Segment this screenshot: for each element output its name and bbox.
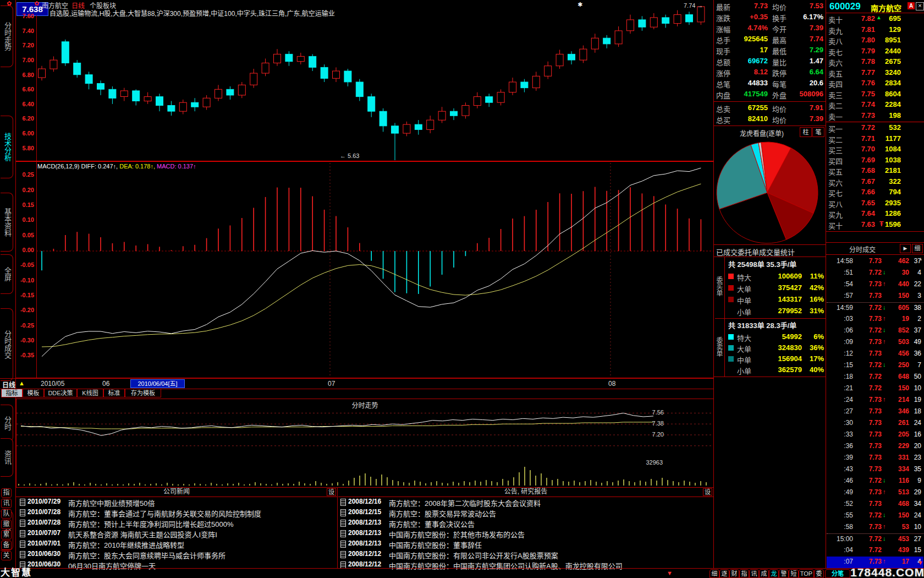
- tick-scroll-up-icon[interactable]: ▲: [918, 256, 923, 261]
- tick-row[interactable]: :12 7.73 456 36: [827, 348, 923, 360]
- statusbar-tab-短[interactable]: 短: [789, 569, 799, 578]
- queue-row-卖二[interactable]: 卖二 7.74 2284: [827, 100, 923, 111]
- queue-row-买三[interactable]: 买三 7.70 1084: [827, 145, 923, 155]
- tick-row[interactable]: :21 7.72 150 10: [827, 383, 923, 395]
- queue-row-卖八[interactable]: 卖八 7.80 8951: [827, 36, 923, 46]
- queue-row-买七[interactable]: 买七 7.66 794: [827, 188, 923, 198]
- statusbar-tab-细[interactable]: 细: [710, 569, 719, 578]
- sidebar-tab-技术分析[interactable]: 技术分析: [1, 116, 13, 178]
- queue-row-买四[interactable]: 买四 7.69 1038: [827, 156, 923, 166]
- news-item[interactable]: 2010/07/28 南方航空：董事会通过了与南航财务关联交易的风险控制制度: [19, 508, 337, 517]
- queue-row-卖一[interactable]: 卖一 7.73 198: [827, 111, 923, 122]
- tick-row[interactable]: :27 7.73 346 18: [827, 406, 923, 418]
- intraday-volume-chart[interactable]: [16, 466, 712, 486]
- tick-row[interactable]: 14:59 7.72 ↓ 605 38: [827, 302, 923, 314]
- queue-row-买一[interactable]: 买一 7.72 532: [827, 123, 923, 134]
- toolbar-tab-DDE决策[interactable]: DDE决策: [44, 389, 77, 397]
- toolbar-tab-指标[interactable]: 指标: [1, 389, 23, 397]
- statusbar-tab-成[interactable]: 成: [759, 569, 769, 578]
- tick-row[interactable]: :15 7.72 ↓ 250 7: [827, 360, 923, 372]
- tick-row[interactable]: :58 7.73 ↑ 53 10: [827, 522, 923, 533]
- mini-tab-备[interactable]: 备: [1, 541, 12, 550]
- queue-row-买五[interactable]: 买五 7.68 2181: [827, 166, 923, 177]
- mini-tab-累[interactable]: 累: [1, 530, 12, 539]
- period-arrow-icon[interactable]: ▲: [19, 380, 25, 386]
- intraday-line-chart[interactable]: [16, 408, 712, 466]
- news-item[interactable]: 2008/12/13 南方航空：董事会决议公告: [339, 518, 711, 528]
- toolbar-tab-K线图[interactable]: K线图: [77, 389, 103, 397]
- selected-date-box[interactable]: 2010/06/04[五]: [130, 379, 185, 388]
- statusbar-tab-委[interactable]: 委: [814, 569, 824, 578]
- queue-row-买二[interactable]: 买二 7.71 1177: [827, 134, 923, 145]
- statusbar-tab-fenbi[interactable]: 分笔: [825, 569, 850, 578]
- mini-tab-指[interactable]: 指: [1, 488, 12, 498]
- queue-row-买十[interactable]: 买十 7.63 Ŧ 1596: [827, 220, 923, 231]
- tick-row[interactable]: :51 7.72 ↓ 30 4: [827, 268, 923, 279]
- tick-row[interactable]: :43 7.73 334 35: [827, 464, 923, 476]
- tick-scroll-down-icon[interactable]: ▼: [917, 559, 923, 566]
- tick-detail-button[interactable]: 细: [912, 244, 923, 253]
- news-item[interactable]: 2010/07/07 航天系整合资源 海南航天主题公园投资人I变阵I: [19, 528, 337, 538]
- statusbar-tab-警[interactable]: 警: [779, 569, 789, 578]
- news-item[interactable]: 2010/07/29 南方航空中期业绩预增50倍: [19, 497, 337, 507]
- tick-row[interactable]: :57 7.73 150 3: [827, 291, 923, 302]
- queue-row-卖九[interactable]: 卖九 7.81 129: [827, 25, 923, 36]
- tick-row[interactable]: :03 7.73 ↑ 19 2: [827, 314, 923, 325]
- news-item[interactable]: 2008/12/12 中国南方航空股份：有限公司非公开发行A股股票预案: [339, 549, 711, 559]
- date-axis-row[interactable]: 日线 ▲ 2010/05060708 2010/06/04[五]: [0, 378, 713, 389]
- news-item[interactable]: 2008/12/16 南方航空：2008年第二次临时股东大会会议资料: [339, 497, 711, 507]
- news-item[interactable]: 2008/12/15 南方航空：股票交易异常波动公告: [339, 508, 711, 517]
- statusbar-tab-财[interactable]: 财: [729, 569, 739, 578]
- news-item[interactable]: 2010/07/28 南方航空：预计上半年度净利润同比增长超过5000%: [19, 518, 337, 528]
- statusbar-tab-龙[interactable]: 龙: [769, 569, 779, 578]
- tick-row[interactable]: :39 7.73 331 23: [827, 452, 923, 464]
- statusbar-tab-逐[interactable]: 逐: [719, 569, 729, 578]
- sidebar-tab-分时走势[interactable]: 分时走势: [1, 6, 13, 67]
- queue-row-买六[interactable]: 买六 7.67 322: [827, 177, 923, 188]
- tick-row[interactable]: :30 7.73 261 24: [827, 418, 923, 429]
- tick-row[interactable]: :49 7.73 ↑ 513 29: [827, 487, 923, 499]
- volume-pie-chart[interactable]: [714, 138, 825, 244]
- sidebar-tab-资讯[interactable]: 资讯: [1, 438, 13, 477]
- mini-tab-队[interactable]: 队: [1, 509, 12, 519]
- tick-row[interactable]: :18 7.72 648 50: [827, 372, 923, 383]
- macd-chart[interactable]: [36, 162, 713, 378]
- tick-row[interactable]: :55 7.72 ↓ 150 24: [827, 510, 923, 522]
- sidebar-tab-基本资料[interactable]: 基本资料: [1, 193, 13, 252]
- queue-row-买九[interactable]: 买九 7.64 1286: [827, 209, 923, 220]
- queue-row-卖四[interactable]: 卖四 7.76 2834: [827, 79, 923, 89]
- tick-row[interactable]: :24 7.73 ↑ 214 19: [827, 395, 923, 406]
- news-item[interactable]: 2010/06/30 南方航空：股东大会同意续聘毕马威会计师事务所: [19, 549, 337, 559]
- tick-row[interactable]: :04 7.72 439 15: [827, 545, 923, 557]
- close-icon[interactable]: ×: [916, 2, 924, 10]
- news-item[interactable]: 2008/12/13 中国南方航空股份：於其他市场发布的公告: [339, 528, 711, 538]
- queue-row-卖五[interactable]: 卖五 7.77 3240: [827, 68, 923, 79]
- queue-row-买八[interactable]: 买八 7.65 2935: [827, 199, 923, 209]
- pie-mode-button-柱[interactable]: 柱: [800, 127, 812, 137]
- queue-row-卖六[interactable]: 卖六 7.78 2675: [827, 57, 923, 68]
- queue-row-卖十[interactable]: 卖十 7.82 ▲ 695: [827, 14, 923, 25]
- news-left-settings-button[interactable]: 设: [327, 488, 336, 496]
- tick-row[interactable]: :36 7.73 229 20: [827, 441, 923, 452]
- tick-row[interactable]: :54 7.73 ↑ 440 22: [827, 279, 923, 291]
- news-item[interactable]: 2008/12/13 中国南方航空股份：董事辞任: [339, 539, 711, 549]
- tick-row[interactable]: 15:00 7.72 ↓ 453 27: [827, 533, 923, 546]
- statusbar-tab-讯[interactable]: 讯: [749, 569, 759, 578]
- tick-row[interactable]: :09 7.73 ↑ 503 49: [827, 337, 923, 348]
- mini-tab-撤[interactable]: 撤: [1, 520, 12, 529]
- sidebar-tab-分时[interactable]: 分时: [1, 405, 13, 441]
- pie-mode-button-笔[interactable]: 笔: [812, 127, 824, 137]
- statusbar-tab-指[interactable]: 指: [739, 569, 749, 578]
- statusbar-tab-TOP[interactable]: TOP: [799, 569, 814, 578]
- toolbar-tab-模板[interactable]: 模板: [23, 389, 44, 397]
- tick-row[interactable]: 14:58 7.73 462 37: [827, 256, 923, 268]
- tick-row[interactable]: :52 7.73 468 34: [827, 499, 923, 510]
- news-scroll-down-icon[interactable]: ▼: [667, 570, 673, 576]
- period-label[interactable]: 日线: [2, 380, 15, 389]
- news-item[interactable]: 2010/07/01 南方航空：2010年继续推进战略转型: [19, 539, 337, 549]
- sidebar-tab-全屏[interactable]: 全屏: [1, 254, 13, 294]
- news-right-settings-button[interactable]: 设: [703, 488, 712, 496]
- tick-row[interactable]: :46 7.72 ↓ 116 9: [827, 476, 923, 487]
- toolbar-tab-存为模板[interactable]: 存为模板: [125, 389, 161, 397]
- mini-tab-讯[interactable]: 讯: [1, 499, 12, 508]
